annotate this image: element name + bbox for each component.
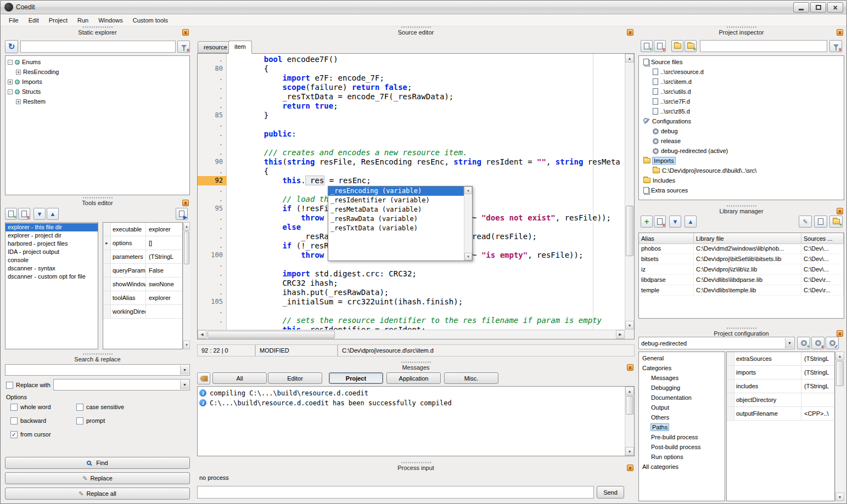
add-folder-button[interactable]: + — [685, 40, 697, 52]
tab-item[interactable]: item — [228, 41, 252, 54]
property-row-parameters[interactable]: parameters(TStringL — [103, 250, 182, 264]
tool-item-explorer-this-file-dir[interactable]: explorer - this file dir — [5, 223, 98, 231]
code-line[interactable]: . scope(failure) return false; — [198, 83, 625, 92]
code-line[interactable]: . /// creates and encodes a new resource… — [198, 148, 625, 157]
code-line[interactable]: . ihash.put(_resRawData); — [198, 288, 625, 297]
close-panel-button[interactable] — [627, 465, 633, 471]
property-row-outputfilename[interactable]: outputFilename<CPP>..\ — [727, 407, 834, 421]
close-panel-button[interactable] — [627, 29, 633, 36]
property-row-includes[interactable]: includes(TStringL — [727, 380, 834, 393]
close-panel-button[interactable] — [627, 364, 633, 371]
config-category-documentation[interactable]: Documentation — [639, 393, 725, 403]
messages-filter-project[interactable]: Project — [329, 372, 383, 384]
config-category-output[interactable]: Output — [639, 403, 725, 412]
refresh-button[interactable]: ↻ — [5, 40, 18, 53]
configuration-scrollbar[interactable]: ▲ ▼ — [835, 352, 844, 501]
add-library-button[interactable]: + — [641, 216, 653, 228]
column-header-sources[interactable]: Sources ... — [801, 233, 844, 244]
config-category-debugging[interactable]: Debugging — [639, 383, 725, 393]
project-node-src-z85-d[interactable]: ..\src\z85.d — [639, 106, 844, 116]
replace-term-combo[interactable]: ▼ — [53, 379, 190, 390]
move-library-up-button[interactable]: ▲ — [685, 216, 697, 228]
project-node-src-resource-d[interactable]: ..\src\resource.d — [639, 67, 844, 77]
symbol-node-resitem[interactable]: +ResItem — [5, 97, 189, 106]
scroll-down-button[interactable]: ▼ — [835, 492, 844, 501]
code-line[interactable]: . import std.digest.crc: CRC32; — [198, 269, 625, 279]
close-panel-button[interactable] — [837, 208, 843, 214]
dropdown-arrow-icon[interactable]: ▼ — [180, 365, 189, 375]
tool-item-ida-project-output[interactable]: IDA - project output — [5, 248, 98, 256]
configuration-combo[interactable]: debug-redirected▼ — [638, 337, 795, 349]
project-node-release[interactable]: release — [639, 136, 844, 146]
config-category-general[interactable]: General — [639, 353, 725, 363]
column-header-alias[interactable]: Alias — [639, 233, 694, 244]
code-line[interactable]: 92 this._res = resEnc; — [198, 176, 625, 185]
add-configuration-button[interactable]: + — [797, 337, 810, 349]
code-line[interactable]: . // sets the resource identifier to the… — [198, 316, 625, 325]
expand-icon[interactable]: + — [8, 80, 13, 84]
config-category-messages[interactable]: Messages — [639, 373, 725, 383]
expand-icon[interactable]: + — [16, 70, 21, 75]
editor-vscrollbar[interactable]: ▲ ▼ — [625, 54, 634, 330]
library-row-phobos[interactable]: phobosC:\Dev\dmd2\windows\lib\phob...C:\… — [639, 243, 844, 254]
tool-item-dscanner-syntax[interactable]: dscanner - syntax — [5, 264, 98, 273]
close-panel-button[interactable] — [182, 200, 189, 206]
symbol-node-enums[interactable]: -Enums — [5, 57, 189, 67]
scroll-up-button[interactable]: ▲ — [835, 352, 844, 360]
completion-item[interactable]: _resTxtData (variable) — [328, 224, 464, 233]
close-window-button[interactable] — [827, 2, 843, 13]
collapse-icon[interactable]: - — [8, 60, 13, 65]
drag-grip[interactable] — [82, 197, 113, 199]
edit-library-button[interactable]: ✎ — [799, 216, 812, 228]
scroll-thumb[interactable] — [184, 231, 189, 264]
project-node-src-item-d[interactable]: ..\src\item.d — [639, 77, 844, 87]
library-from-folder-button[interactable]: + — [829, 216, 843, 228]
menu-item-custom-tools[interactable]: Custom tools — [128, 15, 173, 25]
expand-icon[interactable]: + — [16, 99, 21, 104]
menu-item-project[interactable]: Project — [44, 15, 72, 25]
menu-item-edit[interactable]: Edit — [24, 15, 44, 25]
scroll-thumb[interactable] — [207, 331, 335, 338]
library-from-project-button[interactable] — [814, 216, 827, 228]
code-editor[interactable]: . bool encodee7F()80 {. import e7F: enco… — [197, 53, 635, 339]
messages-scrollbar[interactable]: ▲ ▼ — [625, 387, 634, 456]
scroll-up-button[interactable]: ▲ — [464, 186, 472, 194]
drag-grip[interactable] — [401, 462, 431, 463]
project-node-source-files[interactable]: Source files — [639, 57, 844, 67]
search-term-combo[interactable]: ▼ — [5, 364, 190, 376]
messages-filter-all[interactable]: All — [212, 372, 267, 384]
property-row-toolalias[interactable]: toolAliasexplorer — [103, 291, 182, 305]
scroll-up-button[interactable]: ▲ — [625, 387, 634, 395]
scroll-thumb[interactable] — [836, 361, 844, 386]
config-category-post-build-process[interactable]: Post-build process — [639, 442, 725, 452]
minimize-button[interactable] — [793, 2, 809, 13]
project-node-debug[interactable]: debug — [639, 126, 844, 136]
code-line[interactable]: . { — [198, 167, 625, 176]
scroll-right-button[interactable]: ▶ — [616, 330, 625, 339]
move-tool-down-button[interactable]: ▼ — [33, 208, 46, 220]
project-node-c-dev-dproj-resource-d-build-src[interactable]: C:\Dev\dproj\resource.d\build\..\src\ — [639, 166, 844, 175]
message-row[interactable]: icompiling C:\...\build\resource.d.coedi… — [198, 388, 634, 398]
completion-item[interactable]: _resMetaData (variable) — [328, 205, 464, 214]
library-row-bitsets[interactable]: bitsetsC:\Dev\dproj\bitSet\lib\bitsets.l… — [639, 254, 844, 264]
drag-grip[interactable] — [82, 26, 113, 28]
code-line[interactable]: . bool encodee7F() — [198, 55, 625, 64]
option-case-sensitive[interactable]: case sensitive — [76, 403, 186, 411]
library-row-iz[interactable]: izC:\Dev\dproj\iz\lib\iz.libC:\Dev\... — [639, 264, 844, 275]
config-category-all-categories[interactable]: All categories — [639, 462, 725, 472]
config-category-pre-build-process[interactable]: Pre-build process — [639, 432, 725, 442]
clone-configuration-button[interactable]: ✓ — [826, 337, 839, 349]
scroll-down-button[interactable]: ▼ — [183, 341, 190, 349]
scroll-up-button[interactable]: ▲ — [625, 54, 634, 63]
project-node-src-utils-d[interactable]: ..\src\utils.d — [639, 87, 844, 97]
collapse-icon[interactable]: - — [8, 89, 13, 94]
completion-scrollbar[interactable]: ▲ ▼ — [464, 186, 472, 261]
send-button[interactable]: Send — [597, 486, 624, 499]
scroll-thumb[interactable] — [626, 206, 633, 256]
add-tool-button[interactable]: + — [5, 208, 17, 220]
code-line[interactable]: . — [198, 307, 625, 316]
code-line[interactable]: . CRC32 ihash; — [198, 279, 625, 288]
close-panel-button[interactable] — [837, 29, 843, 36]
property-row-imports[interactable]: imports(TStringL — [727, 366, 834, 380]
messages-filter-editor[interactable]: Editor — [268, 372, 322, 384]
